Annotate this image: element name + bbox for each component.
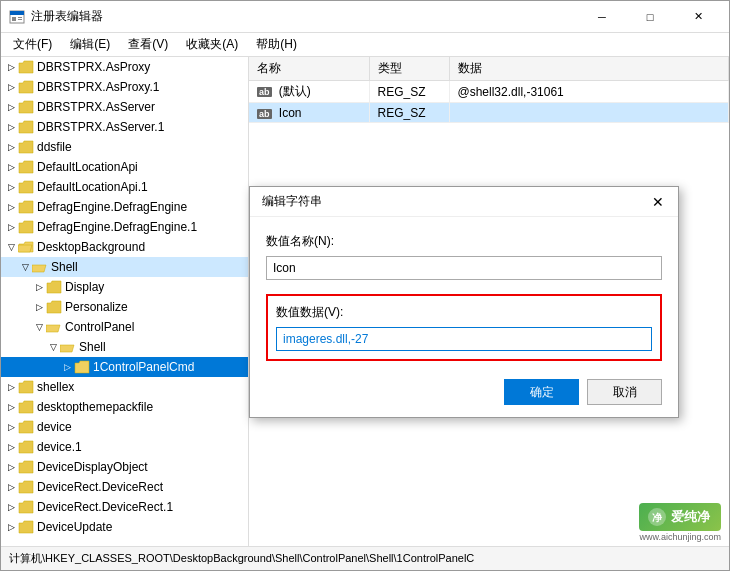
expand-arrow: ▷ [33,301,45,313]
tree-label: DBRSTPRX.AsProxy [37,60,150,74]
folder-icon [18,99,34,115]
tree-item-defaultlocationapi1[interactable]: ▷ DefaultLocationApi.1 [1,177,248,197]
tree-item-personalize[interactable]: ▷ Personalize [1,297,248,317]
dialog-ok-button[interactable]: 确定 [504,379,579,405]
expand-arrow: ▷ [5,141,17,153]
menu-favorites[interactable]: 收藏夹(A) [178,34,246,55]
folder-icon [18,159,34,175]
dialog-cancel-button[interactable]: 取消 [587,379,662,405]
tree-label: device [37,420,72,434]
expand-arrow: ▷ [5,161,17,173]
folder-icon [18,479,34,495]
minimize-button[interactable]: ─ [579,3,625,31]
expand-arrow: ▷ [5,121,17,133]
cell-data [449,103,729,123]
watermark-logo-icon: 净 [647,507,667,527]
expand-arrow: ▷ [5,501,17,513]
dialog-close-button[interactable]: ✕ [646,190,670,214]
folder-icon [18,179,34,195]
menu-bar: 文件(F) 编辑(E) 查看(V) 收藏夹(A) 帮助(H) [1,33,729,57]
dialog-title: 编辑字符串 [262,193,322,210]
close-button[interactable]: ✕ [675,3,721,31]
tree-label: DefragEngine.DefragEngine.1 [37,220,197,234]
folder-open-icon [18,239,34,255]
tree-item-defragengine[interactable]: ▷ DefragEngine.DefragEngine [1,197,248,217]
expand-arrow: ▷ [5,401,17,413]
expand-arrow: ▷ [5,441,17,453]
tree-item-dbrstprx-asproxy1[interactable]: ▷ DBRSTPRX.AsProxy.1 [1,77,248,97]
folder-icon [18,499,34,515]
expand-arrow: ▷ [5,221,17,233]
tree-item-1controlpanelcmd[interactable]: ▷ 1ControlPanelCmd [1,357,248,377]
tree-item-desktopthemepackfile[interactable]: ▷ desktopthemepackfile [1,397,248,417]
tree-item-device1[interactable]: ▷ device.1 [1,437,248,457]
tree-item-devicedisplayobject[interactable]: ▷ DeviceDisplayObject [1,457,248,477]
tree-item-shellex[interactable]: ▷ shellex [1,377,248,397]
tree-item-desktopbg[interactable]: ▽ DesktopBackground [1,237,248,257]
reg-name: Icon [279,106,302,120]
main-window: 注册表编辑器 ─ □ ✕ 文件(F) 编辑(E) 查看(V) 收藏夹(A) 帮助… [0,0,730,571]
folder-icon [18,139,34,155]
tree-item-defragengine1[interactable]: ▷ DefragEngine.DefragEngine.1 [1,217,248,237]
expand-arrow: ▷ [5,481,17,493]
tree-item-dbrstprx-asproxy[interactable]: ▷ DBRSTPRX.AsProxy [1,57,248,77]
tree-item-display[interactable]: ▷ Display [1,277,248,297]
expand-arrow: ▷ [61,361,73,373]
tree-label: 1ControlPanelCmd [93,360,194,374]
tree-item-dbrstprx-asserver1[interactable]: ▷ DBRSTPRX.AsServer.1 [1,117,248,137]
expand-arrow: ▷ [5,521,17,533]
expand-arrow: ▷ [5,101,17,113]
dialog-buttons: 确定 取消 [266,375,662,405]
menu-view[interactable]: 查看(V) [120,34,176,55]
tree-label: ddsfile [37,140,72,154]
dialog-name-label: 数值名称(N): [266,233,662,250]
expand-arrow-down: ▽ [19,261,31,273]
cell-type: REG_SZ [369,81,449,103]
tree-item-deviceupdate[interactable]: ▷ DeviceUpdate [1,517,248,537]
folder-open-icon [32,259,48,275]
tree-item-shell[interactable]: ▽ Shell [1,257,248,277]
watermark-badge: 净 爱纯净 [639,503,721,531]
window-title: 注册表编辑器 [31,8,103,25]
tree-item-controlpanel[interactable]: ▽ ControlPanel [1,317,248,337]
tree-label: Shell [79,340,106,354]
folder-icon [18,379,34,395]
folder-open-icon [46,319,62,335]
dialog-value-input[interactable] [276,327,652,351]
menu-file[interactable]: 文件(F) [5,34,60,55]
tree-label: DefragEngine.DefragEngine [37,200,187,214]
expand-arrow: ▷ [5,421,17,433]
title-bar-controls: ─ □ ✕ [579,3,721,31]
folder-icon [18,79,34,95]
tree-item-dbrstprx-asserver[interactable]: ▷ DBRSTPRX.AsServer [1,97,248,117]
svg-rect-3 [18,17,22,18]
folder-icon [18,119,34,135]
tree-item-shell2[interactable]: ▽ Shell [1,337,248,357]
tree-item-devicerect[interactable]: ▷ DeviceRect.DeviceRect [1,477,248,497]
cell-type: REG_SZ [369,103,449,123]
folder-icon [18,439,34,455]
expand-arrow-down: ▽ [5,241,17,253]
table-row[interactable]: ab Icon REG_SZ [249,103,729,123]
tree-item-devicerect1[interactable]: ▷ DeviceRect.DeviceRect.1 [1,497,248,517]
menu-help[interactable]: 帮助(H) [248,34,305,55]
folder-icon [46,279,62,295]
type-badge: ab [257,87,272,97]
menu-edit[interactable]: 编辑(E) [62,34,118,55]
tree-panel[interactable]: ▷ DBRSTPRX.AsProxy ▷ DBRSTPRX.AsProxy.1 … [1,57,249,546]
folder-open-icon [60,339,76,355]
maximize-button[interactable]: □ [627,3,673,31]
col-header-name: 名称 [249,57,369,81]
tree-item-ddsfile[interactable]: ▷ ddsfile [1,137,248,157]
tree-item-device[interactable]: ▷ device [1,417,248,437]
expand-arrow: ▷ [33,281,45,293]
expand-arrow-down: ▽ [33,321,45,333]
tree-label: DBRSTPRX.AsServer [37,100,155,114]
tree-label: DBRSTPRX.AsServer.1 [37,120,164,134]
folder-icon [18,459,34,475]
tree-item-defaultlocationapi[interactable]: ▷ DefaultLocationApi [1,157,248,177]
table-row[interactable]: ab (默认) REG_SZ @shell32.dll,-31061 [249,81,729,103]
dialog-title-bar: 编辑字符串 ✕ [250,187,678,217]
status-text: 计算机\HKEY_CLASSES_ROOT\DesktopBackground\… [9,551,474,566]
dialog-name-input[interactable] [266,256,662,280]
